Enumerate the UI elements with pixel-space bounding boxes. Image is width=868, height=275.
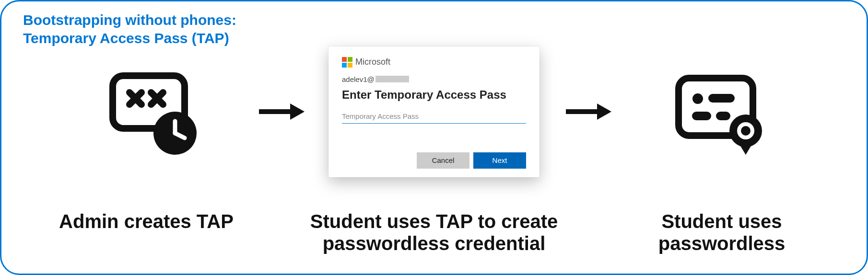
diagram-frame: Bootstrapping without phones: Temporary …: [0, 0, 868, 275]
svg-rect-14: [708, 94, 735, 103]
step2: Microsoft adelev1@ Enter Temporary Acces…: [309, 46, 559, 177]
ms-brand: Microsoft: [342, 57, 526, 68]
step3: [616, 66, 818, 157]
svg-marker-11: [597, 103, 611, 120]
dialog-buttons: Cancel Next: [342, 152, 526, 169]
account-redacted: [375, 76, 409, 82]
arrow2: [559, 100, 616, 124]
cancel-button[interactable]: Cancel: [417, 152, 469, 169]
caption-step3: Student uses passwordless: [621, 210, 822, 254]
caption2-line2: passwordless credential: [323, 233, 546, 254]
microsoft-logo-icon: [342, 57, 352, 68]
svg-marker-20: [740, 145, 751, 155]
account-prefix: adelev1@: [342, 75, 375, 83]
svg-point-13: [692, 93, 703, 104]
flow-row: Microsoft adelev1@ Enter Temporary Acces…: [1, 30, 867, 193]
arrow1: [252, 100, 309, 124]
svg-rect-16: [716, 112, 730, 120]
caption3-line1: Student uses: [661, 211, 782, 232]
ms-brand-name: Microsoft: [355, 57, 390, 67]
svg-point-19: [741, 126, 751, 136]
caption2-line1: Student uses TAP to create: [310, 211, 558, 232]
credential-badge-icon: [669, 66, 765, 157]
tap-clock-icon: [103, 66, 199, 157]
title-line1: Bootstrapping without phones:: [23, 12, 236, 28]
caption-row: Admin creates TAP Student uses TAP to cr…: [1, 210, 867, 254]
account-line: adelev1@: [342, 75, 526, 83]
caption3-line2: passwordless: [658, 233, 786, 254]
arrow-right-icon: [257, 100, 305, 124]
arrow-right-icon: [563, 100, 611, 124]
svg-marker-9: [290, 103, 305, 120]
step1: [50, 66, 252, 157]
caption-step1: Admin creates TAP: [46, 210, 247, 254]
tap-input[interactable]: [342, 110, 526, 124]
tap-dialog: Microsoft adelev1@ Enter Temporary Acces…: [328, 46, 540, 177]
svg-rect-15: [692, 112, 711, 120]
caption-step2: Student uses TAP to create passwordless …: [285, 210, 583, 254]
dialog-heading: Enter Temporary Access Pass: [342, 88, 526, 102]
next-button[interactable]: Next: [473, 152, 526, 169]
